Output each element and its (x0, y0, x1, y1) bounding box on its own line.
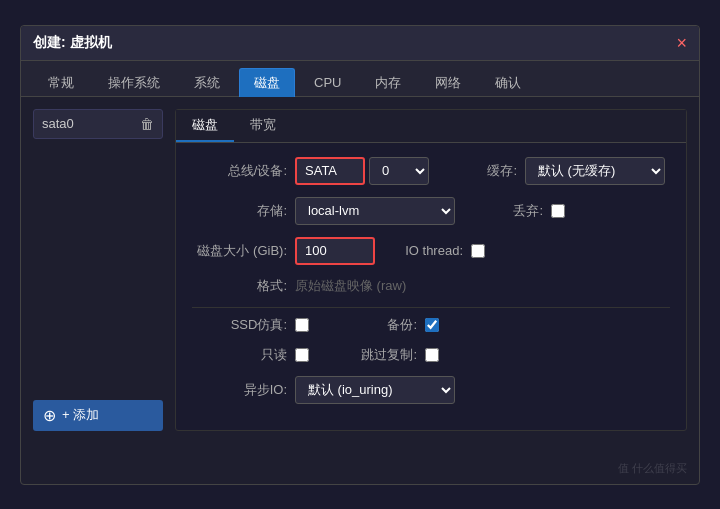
tab-cpu[interactable]: CPU (299, 69, 356, 95)
discard-checkbox[interactable] (551, 204, 565, 218)
readonly-checkbox[interactable] (295, 348, 309, 362)
bus-type-input[interactable] (295, 157, 365, 185)
readonly-checkbox-wrapper (295, 348, 309, 362)
cache-label: 缓存: (457, 162, 517, 180)
format-row: 格式: 原始磁盘映像 (raw) (192, 277, 670, 295)
backup-checkbox[interactable] (425, 318, 439, 332)
readonly-label: 只读 (192, 346, 287, 364)
storage-label: 存储: (192, 202, 287, 220)
sub-tab-bar: 磁盘 带宽 (176, 110, 686, 143)
storage-select[interactable]: local-lvm (295, 197, 455, 225)
tab-os[interactable]: 操作系统 (93, 68, 175, 97)
disk-item-label: sata0 (42, 116, 74, 131)
disk-size-input[interactable] (295, 237, 375, 265)
storage-discard-row: 存储: local-lvm 丢弃: (192, 197, 670, 225)
bus-group: 0 (295, 157, 429, 185)
delete-disk-icon[interactable]: 🗑 (140, 116, 154, 132)
format-value: 原始磁盘映像 (raw) (295, 277, 406, 295)
ssd-backup-row: SSD仿真: 备份: (192, 316, 670, 334)
discard-label: 丢弃: (483, 202, 543, 220)
discard-checkbox-wrapper (551, 204, 565, 218)
bus-label: 总线/设备: (192, 162, 287, 180)
add-disk-label: + 添加 (62, 406, 99, 424)
backup-checkbox-wrapper (425, 318, 439, 332)
format-label: 格式: (192, 277, 287, 295)
sub-tab-disk[interactable]: 磁盘 (176, 110, 234, 142)
tab-confirm[interactable]: 确认 (480, 68, 536, 97)
disk-list-item: sata0 🗑 (33, 109, 163, 139)
skip-replication-checkbox-wrapper (425, 348, 439, 362)
readonly-skipreplication-row: 只读 跳过复制: (192, 346, 670, 364)
close-button[interactable]: × (676, 34, 687, 52)
disksize-io-row: 磁盘大小 (GiB): IO thread: (192, 237, 670, 265)
main-area: sata0 🗑 ⊕ + 添加 磁盘 带宽 总线/设备: (21, 97, 699, 443)
async-io-select[interactable]: 默认 (io_uring) (295, 376, 455, 404)
sub-tab-bandwidth[interactable]: 带宽 (234, 110, 292, 142)
skip-replication-label: 跳过复制: (337, 346, 417, 364)
tab-disk[interactable]: 磁盘 (239, 68, 295, 97)
bus-cache-row: 总线/设备: 0 缓存: 默认 (无缓存) (192, 157, 670, 185)
disk-config-panel: 磁盘 带宽 总线/设备: 0 缓存: 默认 (无缓存) (175, 109, 687, 431)
tab-general[interactable]: 常规 (33, 68, 89, 97)
io-thread-checkbox[interactable] (471, 244, 485, 258)
tab-system[interactable]: 系统 (179, 68, 235, 97)
watermark: 值 什么值得买 (618, 461, 687, 476)
ssd-checkbox-wrapper (295, 318, 309, 332)
skip-replication-checkbox[interactable] (425, 348, 439, 362)
disk-form: 总线/设备: 0 缓存: 默认 (无缓存) 存储: (176, 143, 686, 430)
async-io-label: 异步IO: (192, 381, 287, 399)
add-disk-button[interactable]: ⊕ + 添加 (33, 400, 163, 431)
io-thread-label: IO thread: (403, 243, 463, 258)
tab-network[interactable]: 网络 (420, 68, 476, 97)
ssd-label: SSD仿真: (192, 316, 287, 334)
sidebar: sata0 🗑 ⊕ + 添加 (33, 109, 163, 431)
add-disk-icon: ⊕ (43, 406, 56, 425)
bus-number-select[interactable]: 0 (369, 157, 429, 185)
dialog-title: 创建: 虚拟机 (33, 34, 112, 52)
disk-size-label: 磁盘大小 (GiB): (192, 242, 287, 260)
async-io-row: 异步IO: 默认 (io_uring) (192, 376, 670, 404)
backup-label: 备份: (337, 316, 417, 334)
cache-select[interactable]: 默认 (无缓存) (525, 157, 665, 185)
tab-bar: 常规 操作系统 系统 磁盘 CPU 内存 网络 确认 (21, 61, 699, 97)
ssd-checkbox[interactable] (295, 318, 309, 332)
io-thread-checkbox-wrapper (471, 244, 485, 258)
tab-memory[interactable]: 内存 (360, 68, 416, 97)
dialog-titlebar: 创建: 虚拟机 × (21, 26, 699, 61)
create-vm-dialog: 创建: 虚拟机 × 常规 操作系统 系统 磁盘 CPU 内存 网络 确认 sat… (20, 25, 700, 485)
divider (192, 307, 670, 308)
